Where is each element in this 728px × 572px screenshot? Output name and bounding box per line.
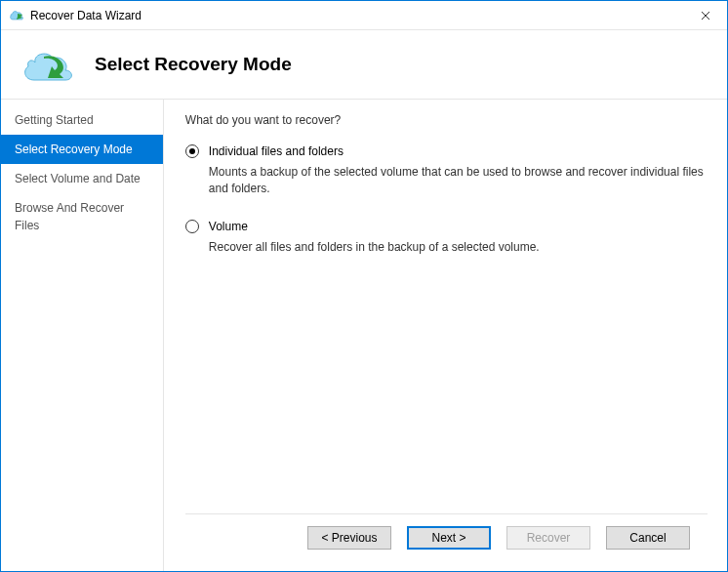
option-individual-files: Individual files and folders Mounts a ba… — [185, 144, 708, 198]
option-description: Mounts a backup of the selected volume t… — [209, 164, 708, 198]
recover-button: Recover — [506, 526, 590, 550]
close-button[interactable] — [683, 1, 727, 29]
wizard-footer: < Previous Next > Recover Cancel — [185, 513, 708, 561]
next-button[interactable]: Next > — [407, 526, 491, 550]
option-label[interactable]: Volume — [209, 220, 248, 233]
option-label[interactable]: Individual files and folders — [209, 144, 344, 158]
option-volume: Volume Recover all files and folders in … — [185, 220, 708, 256]
app-icon — [9, 8, 24, 23]
page-title: Select Recovery Mode — [95, 54, 292, 75]
nav-browse-and-recover-files[interactable]: Browse And Recover Files — [1, 193, 163, 240]
wizard-sidebar: Getting Started Select Recovery Mode Sel… — [1, 100, 163, 571]
window-title: Recover Data Wizard — [30, 9, 142, 22]
nav-getting-started[interactable]: Getting Started — [1, 105, 163, 135]
previous-button[interactable]: < Previous — [307, 526, 391, 550]
wizard-content: What do you want to recover? Individual … — [163, 100, 727, 571]
radio-volume[interactable] — [185, 220, 199, 233]
cancel-button[interactable]: Cancel — [606, 526, 690, 550]
nav-select-volume-and-date[interactable]: Select Volume and Date — [1, 164, 163, 193]
wizard-body: Getting Started Select Recovery Mode Sel… — [1, 99, 727, 571]
cloud-restore-icon — [20, 45, 77, 84]
nav-select-recovery-mode[interactable]: Select Recovery Mode — [1, 135, 163, 164]
content-question: What do you want to recover? — [185, 113, 708, 127]
wizard-header: Select Recovery Mode — [1, 30, 727, 99]
titlebar: Recover Data Wizard — [1, 1, 727, 30]
radio-individual-files[interactable] — [185, 144, 199, 158]
option-description: Recover all files and folders in the bac… — [209, 239, 708, 256]
wizard-window: Recover Data Wizard Select Recovery Mode… — [0, 0, 728, 572]
